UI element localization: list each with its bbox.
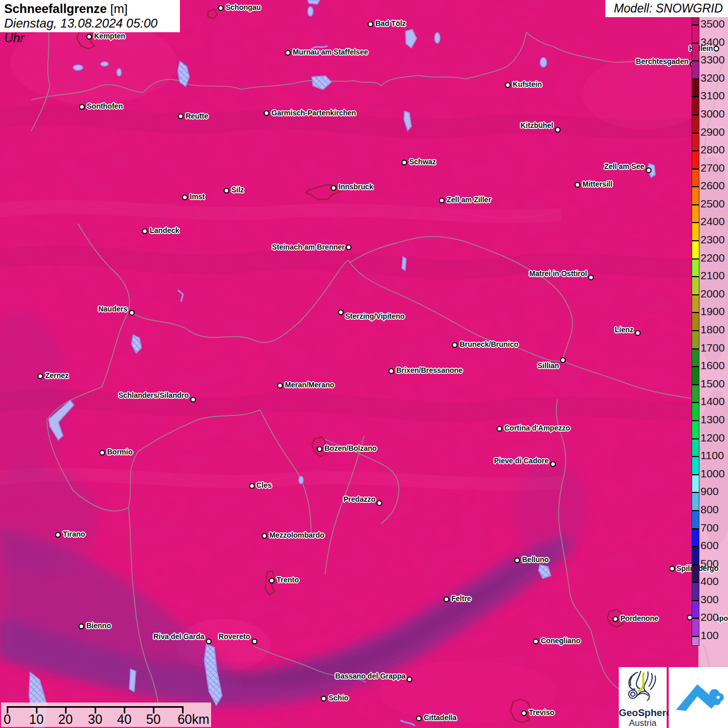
colorbar-segment — [692, 330, 699, 348]
scalebar-tick-label: 50 — [146, 712, 161, 727]
colorbar-segment — [692, 366, 699, 384]
colorbar-segment — [692, 79, 699, 97]
colorbar-segment — [692, 492, 699, 510]
map-valid-time: Dienstag, 13.08.2024 05:00 Uhr — [4, 16, 180, 45]
colorbar-segment — [692, 133, 699, 151]
colorbar-segment — [692, 294, 699, 313]
geosphere-logo-box: GeoSphere Austria — [619, 667, 667, 728]
colorbar-segment — [692, 582, 699, 600]
geosphere-logo-icon — [619, 667, 667, 705]
map-title: Schneefallgrenze [m] — [4, 1, 180, 16]
geosphere-logo-country: Austria — [619, 718, 667, 728]
colorbar-segment — [692, 43, 699, 61]
scalebar-tick-label: 60km — [177, 712, 209, 727]
colorbar-segment — [692, 456, 699, 474]
scalebar-tick-label: 0 — [4, 712, 11, 727]
terrain-grain — [0, 0, 698, 728]
colorbar-segment — [692, 150, 699, 168]
colorbar-segment — [692, 348, 699, 367]
scalebar-tick-label: 30 — [88, 712, 102, 727]
mountain-cloud-logo-icon — [669, 667, 728, 728]
partner-logo-box — [669, 667, 728, 728]
weather-map-screenshot: HalleinBerchtesgadenSpilimbergoipo 35003… — [0, 0, 728, 728]
map-title-unit: [m] — [107, 2, 127, 16]
scalebar-tick-label: 20 — [58, 712, 73, 727]
scalebar-tick-label: 40 — [117, 712, 132, 727]
geosphere-logo-name: GeoSphere — [619, 708, 667, 718]
colorbar-segment — [692, 258, 699, 277]
colorbar-segment — [692, 60, 699, 79]
colorbar-segment — [692, 114, 699, 133]
model-label: Modell: SNOWGRID — [614, 2, 723, 15]
model-label-box: Modell: SNOWGRID — [605, 0, 728, 17]
colorbar-segment — [692, 618, 699, 636]
colorbar-segment — [692, 546, 699, 564]
colorbar-segment — [692, 402, 699, 420]
colorbar-segment — [692, 564, 699, 582]
colorbar-segment — [692, 474, 699, 492]
colorbar-segment — [692, 204, 699, 223]
colorbar-segment — [692, 420, 699, 438]
colorbar-strip — [692, 16, 699, 646]
colorbar-segment — [692, 240, 699, 258]
colorbar-segment — [692, 96, 699, 114]
colorbar-segment — [692, 24, 699, 43]
colorbar-segment — [692, 384, 699, 402]
colorbar-segment — [692, 222, 699, 240]
colorbar-segment — [692, 276, 699, 294]
scalebar-tick-label: 10 — [29, 712, 44, 727]
colorbar-segment — [692, 186, 699, 204]
scalebar: 0102030405060km — [1, 703, 211, 727]
colorbar-segment — [692, 312, 699, 330]
colorbar-segment — [692, 16, 699, 24]
colorbar-segment — [692, 510, 699, 528]
colorbar-segment — [692, 438, 699, 457]
colorbar-segment — [692, 600, 699, 618]
map-canvas — [0, 0, 728, 728]
map-title-box: Schneefallgrenze [m] Dienstag, 13.08.202… — [0, 0, 180, 32]
colorbar-segment — [692, 168, 699, 187]
map-title-parameter: Schneefallgrenze — [4, 2, 107, 16]
colorbar-segment — [692, 636, 699, 645]
colorbar-segment — [692, 528, 699, 547]
